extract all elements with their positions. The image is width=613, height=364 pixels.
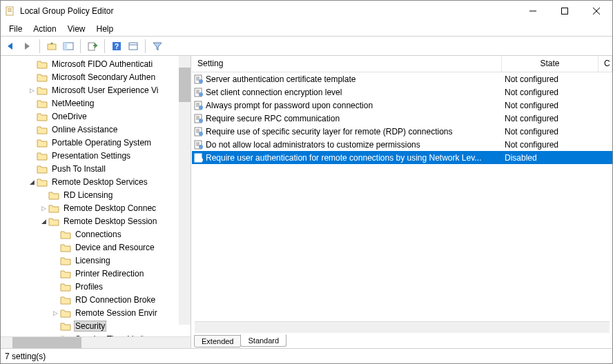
- tree-item[interactable]: Printer Redirection: [1, 267, 191, 280]
- folder-icon: [37, 112, 48, 121]
- setting-name: Require user authentication for remote c…: [206, 153, 502, 163]
- svg-point-50: [199, 158, 203, 162]
- list-hscrollbar[interactable]: [195, 321, 610, 333]
- toolbar: ?: [1, 37, 612, 56]
- menu-action[interactable]: Action: [28, 23, 61, 35]
- folder-icon: [48, 216, 59, 226]
- tree-item-label: Printer Redirection: [74, 269, 145, 279]
- tree-item[interactable]: RD Licensing: [1, 188, 191, 201]
- help-button[interactable]: ?: [109, 39, 124, 54]
- tree-item[interactable]: Microsoft FIDO Authenticati: [1, 57, 191, 70]
- tree-item-label: RD Licensing: [62, 190, 114, 200]
- folder-icon: [37, 99, 48, 108]
- tree-item[interactable]: ◢Remote Desktop Session: [1, 214, 191, 228]
- folder-icon: [60, 256, 71, 265]
- tree-view[interactable]: Microsoft FIDO AuthenticatiMicrosoft Sec…: [1, 56, 191, 336]
- menu-view[interactable]: View: [62, 23, 91, 35]
- tree-item[interactable]: Device and Resource: [1, 241, 191, 254]
- folder-icon: [60, 295, 71, 305]
- tree-item[interactable]: ◢Remote Desktop Services: [1, 175, 191, 188]
- setting-name: Server authentication certificate templa…: [206, 74, 502, 84]
- export-button[interactable]: [85, 39, 100, 54]
- folder-icon: [37, 151, 48, 161]
- settings-row[interactable]: Require user authentication for remote c…: [192, 151, 612, 164]
- tree-item[interactable]: Online Assistance: [1, 123, 191, 136]
- folder-icon: [37, 85, 48, 95]
- forward-button[interactable]: [20, 39, 35, 54]
- setting-state: Not configured: [502, 127, 599, 136]
- col-state[interactable]: State: [502, 56, 599, 72]
- settings-row[interactable]: Always prompt for password upon connecti…: [192, 99, 612, 112]
- settings-row[interactable]: Set client connection encryption levelNo…: [192, 85, 612, 99]
- tree-item[interactable]: RD Connection Broke: [1, 293, 191, 306]
- tree-item[interactable]: NetMeeting: [1, 97, 191, 110]
- app-icon: [5, 6, 16, 17]
- settings-row[interactable]: Require secure RPC communicationNot conf…: [192, 112, 612, 125]
- setting-state: Not configured: [502, 114, 599, 123]
- tree-item[interactable]: Connections: [1, 228, 191, 241]
- tab-standard[interactable]: Standard: [240, 334, 286, 347]
- tree-item[interactable]: Portable Operating System: [1, 136, 191, 149]
- svg-rect-14: [129, 43, 137, 50]
- svg-rect-3: [8, 11, 12, 12]
- tree-item-label: Presentation Settings: [50, 151, 132, 161]
- menu-file[interactable]: File: [3, 23, 28, 35]
- back-button[interactable]: [3, 39, 19, 54]
- tree-item-label: OneDrive: [50, 112, 88, 121]
- setting-state: Not configured: [502, 101, 599, 110]
- titlebar: Local Group Policy Editor: [1, 1, 612, 21]
- tree-item-label: Push To Install: [50, 164, 107, 174]
- policy-icon: [192, 153, 206, 163]
- show-hide-tree-button[interactable]: [61, 39, 76, 54]
- settings-row[interactable]: Server authentication certificate templa…: [192, 72, 612, 85]
- tree-item-label: Portable Operating System: [50, 138, 153, 148]
- tree-item[interactable]: Profiles: [1, 280, 191, 293]
- setting-state: Not configured: [502, 74, 599, 84]
- tree-vscrollbar[interactable]: [179, 56, 191, 325]
- minimize-button[interactable]: [517, 1, 549, 21]
- folder-icon: [37, 138, 48, 148]
- tree-item[interactable]: Microsoft Secondary Authen: [1, 70, 191, 83]
- maximize-button[interactable]: [549, 1, 581, 21]
- settings-row[interactable]: Do not allow local administrators to cus…: [192, 138, 612, 151]
- close-button[interactable]: [581, 1, 612, 21]
- col-comment[interactable]: C: [599, 56, 612, 72]
- folder-icon: [60, 321, 71, 331]
- settings-list[interactable]: Server authentication certificate templa…: [192, 72, 612, 321]
- tree-item-label: Remote Desktop Services: [50, 177, 149, 187]
- setting-state: Not configured: [502, 140, 599, 150]
- settings-row[interactable]: Require use of specific security layer f…: [192, 125, 612, 138]
- tab-extended[interactable]: Extended: [194, 335, 241, 347]
- setting-name: Require use of specific security layer f…: [206, 127, 502, 136]
- tree-item[interactable]: Licensing: [1, 254, 191, 267]
- tree-item[interactable]: Presentation Settings: [1, 149, 191, 162]
- tree-item-label: Security: [74, 321, 106, 332]
- tree-item-label: Online Assistance: [50, 125, 119, 134]
- folder-icon: [37, 125, 48, 134]
- tree-pane: Microsoft FIDO AuthenticatiMicrosoft Sec…: [1, 56, 191, 348]
- folder-icon: [37, 177, 48, 187]
- statusbar: 7 setting(s): [1, 348, 612, 363]
- tree-item-label: Licensing: [74, 256, 112, 265]
- tree-item[interactable]: Push To Install: [1, 162, 191, 175]
- svg-text:?: ?: [115, 43, 119, 50]
- tree-item-label: Microsoft Secondary Authen: [50, 72, 157, 82]
- setting-name: Do not allow local administrators to cus…: [206, 140, 502, 150]
- tree-item-label: Remote Desktop Session: [62, 216, 158, 226]
- list-header: Setting State C: [192, 56, 612, 72]
- tree-item[interactable]: ▷Microsoft User Experience Vi: [1, 83, 191, 97]
- tree-item[interactable]: Security: [1, 319, 191, 332]
- policy-icon: [192, 74, 206, 84]
- tree-item[interactable]: ▷Remote Session Envir: [1, 306, 191, 319]
- menubar: File Action View Help: [1, 21, 612, 37]
- svg-rect-2: [8, 10, 12, 10]
- col-setting[interactable]: Setting: [192, 56, 502, 72]
- filter-button[interactable]: [150, 39, 165, 54]
- tree-item[interactable]: OneDrive: [1, 110, 191, 123]
- menu-help[interactable]: Help: [91, 23, 119, 35]
- up-button[interactable]: [44, 39, 59, 54]
- policy-icon: [192, 114, 206, 123]
- properties-button[interactable]: [126, 39, 141, 54]
- tree-hscrollbar[interactable]: [1, 336, 191, 348]
- tree-item[interactable]: ▷Remote Desktop Connec: [1, 201, 191, 214]
